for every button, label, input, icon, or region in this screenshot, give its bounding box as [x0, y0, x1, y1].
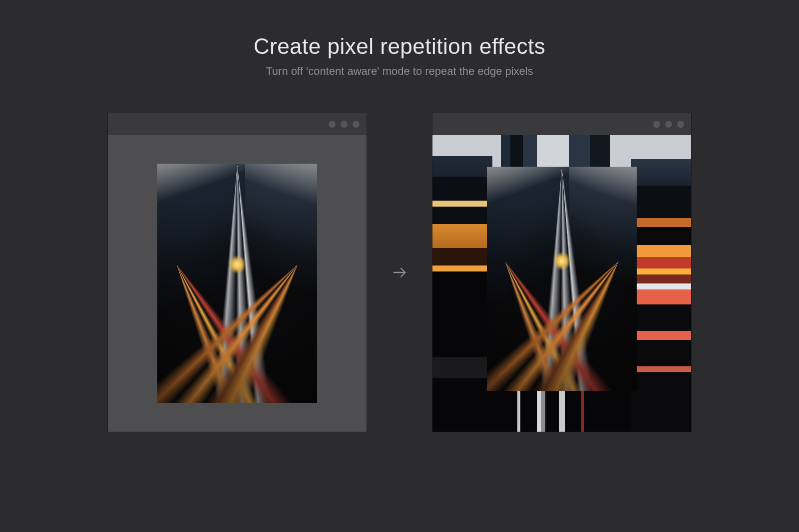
canvas-area: [432, 135, 691, 432]
comparison-row: [107, 113, 692, 432]
traffic-light-icon: [653, 121, 660, 128]
feature-promo-page: Create pixel repetition effects Turn off…: [0, 0, 799, 532]
page-title: Create pixel repetition effects: [254, 34, 546, 59]
traffic-light-icon: [665, 121, 672, 128]
traffic-light-icon: [329, 121, 336, 128]
window-titlebar: [108, 113, 367, 135]
page-subtitle: Turn off 'content aware' mode to repeat …: [266, 65, 533, 78]
extended-image-window: [432, 113, 692, 432]
traffic-light-icon: [677, 121, 684, 128]
canvas-area: [108, 135, 367, 432]
traffic-light-icon: [341, 121, 348, 128]
result-photo: [432, 135, 691, 432]
original-image-window: [107, 113, 367, 432]
window-titlebar: [432, 113, 691, 135]
traffic-light-icon: [353, 121, 360, 128]
arrow-right-icon: [391, 264, 408, 281]
source-photo: [157, 164, 317, 403]
